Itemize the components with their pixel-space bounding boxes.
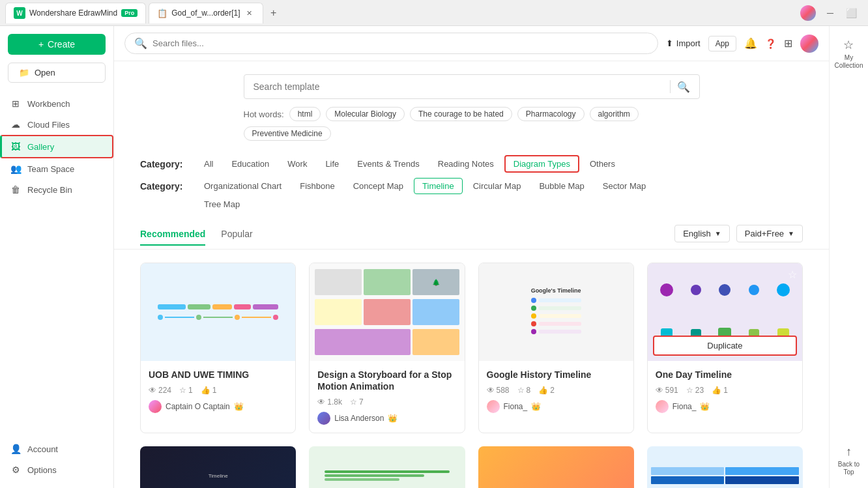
main-layout: + Create 📁 Open ⊞ Workbench ☁ Cloud File… (0, 26, 868, 488)
category-spacer (140, 199, 186, 210)
cat-org-chart[interactable]: Organizational Chart (196, 179, 289, 194)
card-thumb-oneday: ☆ Duplicate (648, 263, 802, 361)
cat-fishbone[interactable]: Fishbone (292, 179, 342, 194)
arrow-up-icon: ↑ (846, 445, 852, 459)
template-search-icon[interactable]: 🔍 (677, 81, 690, 93)
category-row-1: Category: All Education Work Life Events… (140, 155, 803, 173)
titlebar: W Wondershare EdrawMind Pro 📋 God_of_w..… (0, 0, 868, 26)
card-title-google: Google History Timeline (487, 369, 626, 380)
language-dropdown[interactable]: English ▼ (674, 225, 730, 242)
new-tab-btn[interactable]: + (266, 5, 282, 21)
language-label: English (683, 229, 711, 238)
tab-popular-label: Popular (221, 229, 252, 239)
cat-concept-map[interactable]: Concept Map (345, 179, 411, 194)
grid-icon[interactable]: ⊞ (784, 37, 792, 50)
likes-google: 👍 2 (538, 386, 555, 395)
eye-icon-2: 👁 (317, 397, 325, 407)
sidebar-item-cloud[interactable]: ☁ Cloud Files (0, 114, 113, 135)
collection-label: MyCollection (835, 54, 863, 70)
hot-tag-preventive[interactable]: Preventive Medicine (244, 126, 331, 141)
help-icon[interactable]: ❓ (765, 38, 776, 49)
titlebar-right: ─ ⬜ (800, 5, 863, 21)
my-collection-btn[interactable]: ☆ MyCollection (832, 33, 866, 75)
collection-icon: ☆ (843, 38, 854, 52)
hot-tag-pharmacology[interactable]: Pharmacology (517, 107, 585, 121)
cat-reading[interactable]: Reading Notes (430, 156, 502, 171)
category-row-3: Tree Map (140, 197, 803, 212)
cat-events[interactable]: Events & Trends (349, 156, 427, 171)
cat-tree-map[interactable]: Tree Map (196, 197, 248, 212)
cat-life[interactable]: Life (317, 156, 347, 171)
tab-popular[interactable]: Popular (221, 229, 252, 246)
tab-recommended-label: Recommended (140, 229, 205, 239)
author-avatar-oneday (656, 400, 669, 413)
premium-icon-uob: 👑 (234, 402, 244, 411)
mini-card-2[interactable] (309, 446, 465, 488)
stars-storyboard: ☆ 7 (350, 397, 364, 407)
mini-card-3[interactable] (478, 446, 634, 488)
cat-circular-map[interactable]: Circular Map (465, 179, 529, 194)
hot-tag-courage[interactable]: The courage to be hated (410, 107, 512, 121)
views-oneday: 👁 591 (656, 386, 678, 395)
back-to-top-btn[interactable]: ↑ Back toTop (835, 440, 862, 481)
sidebar-item-recycle[interactable]: 🗑 Recycle Bin (0, 179, 113, 200)
notification-icon[interactable]: 🔔 (744, 37, 757, 50)
sidebar-item-options[interactable]: ⚙ Options (0, 459, 113, 480)
open-button[interactable]: 📁 Open (8, 63, 106, 83)
hot-tag-algorithm[interactable]: algorithm (590, 107, 639, 121)
eye-icon-3: 👁 (487, 386, 495, 395)
cat-diagram-types[interactable]: Diagram Types (504, 155, 579, 173)
hot-words-row: Hot words: html Molecular Biology The co… (244, 107, 700, 141)
maximize-btn[interactable]: ⬜ (845, 8, 858, 18)
import-button[interactable]: ⬆ Import (666, 38, 701, 48)
likes-uob: 👍 1 (201, 386, 217, 395)
like-icon: 👍 (201, 386, 210, 395)
topbar: 🔍 ⬆ Import App 🔔 ❓ ⊞ (114, 26, 829, 61)
card-oneday[interactable]: ☆ Duplicate One Day Timeline 👁 591 ☆ 23 (647, 263, 803, 433)
sidebar-item-gallery[interactable]: 🖼 Gallery (0, 135, 113, 158)
tab-recommended[interactable]: Recommended (140, 229, 205, 246)
hot-tag-molecular[interactable]: Molecular Biology (326, 107, 405, 121)
create-button[interactable]: + Create (8, 34, 106, 55)
card-author-oneday: Fiona_ 👑 (656, 400, 794, 413)
like-icon-3: 👍 (538, 386, 548, 395)
sidebar-item-workbench[interactable]: ⊞ Workbench (0, 93, 113, 114)
bottom-preview-row: Timeline (114, 446, 829, 488)
options-label: Options (27, 465, 57, 475)
filter-dropdown[interactable]: Paid+Free ▼ (736, 225, 803, 242)
tab-close-btn[interactable]: ✕ (244, 8, 255, 18)
minimize-btn[interactable]: ─ (824, 8, 837, 18)
cat-all[interactable]: All (196, 156, 221, 171)
card-title-oneday: One Day Timeline (656, 369, 794, 380)
hot-tag-html[interactable]: html (289, 107, 321, 121)
cat-bubble-map[interactable]: Bubble Map (531, 179, 592, 194)
cat-others[interactable]: Others (582, 156, 623, 171)
app-button[interactable]: App (708, 36, 736, 51)
mini-card-4[interactable] (647, 446, 803, 488)
sidebar-item-account[interactable]: 👤 Account (0, 438, 113, 459)
card-author-storyboard: Lisa Anderson 👑 (317, 412, 456, 425)
sidebar-item-team[interactable]: 👥 Team Space (0, 158, 113, 179)
pro-badge: Pro (121, 9, 137, 17)
cat-work[interactable]: Work (280, 156, 315, 171)
cat-education[interactable]: Education (224, 156, 277, 171)
premium-icon-storyboard: 👑 (388, 414, 398, 423)
card-google[interactable]: Google's Timeline (478, 263, 634, 433)
cloud-icon: ☁ (10, 119, 21, 130)
cat-timeline[interactable]: Timeline (414, 178, 463, 194)
template-search-input[interactable] (253, 81, 663, 92)
template-search-box[interactable]: 🔍 (244, 74, 700, 99)
category-label-2: Category: (140, 181, 186, 192)
card-storyboard[interactable]: 🌲 Design a Storyboard for a Stop Motion … (309, 263, 465, 433)
card-uob[interactable]: UOB AND UWE TIMING 👁 224 ☆ 1 👍 1 (140, 263, 296, 433)
cat-sector-map[interactable]: Sector Map (595, 179, 654, 194)
topbar-avatar[interactable] (800, 35, 818, 53)
mini-card-1[interactable]: Timeline (140, 446, 296, 488)
card-author-google: Fiona_ 👑 (487, 400, 626, 413)
options-icon: ⚙ (10, 465, 21, 475)
user-avatar[interactable] (800, 5, 816, 21)
search-box[interactable]: 🔍 (124, 33, 658, 54)
duplicate-button[interactable]: Duplicate (653, 336, 797, 356)
file-tab[interactable]: 📋 God_of_w...order[1] ✕ (149, 3, 263, 23)
search-input[interactable] (152, 38, 648, 48)
